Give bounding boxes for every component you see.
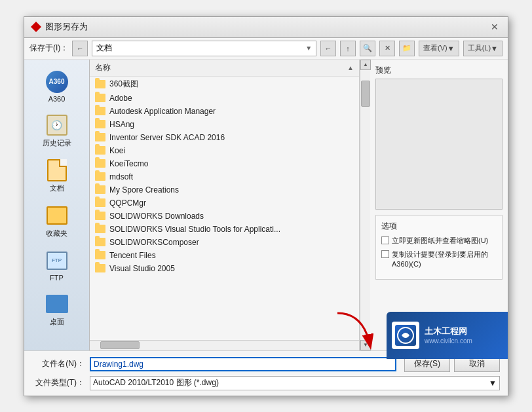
watermark-main-text: 土木工程网	[425, 326, 472, 337]
title-bar-left: 图形另存为	[31, 21, 88, 33]
option-text-2: 复制设计提要(登录到要启用的A360)(C)	[392, 250, 497, 270]
scroll-thumb[interactable]	[361, 81, 370, 107]
history-icon: 🕐	[45, 113, 69, 137]
folder-icon	[95, 264, 105, 272]
list-item[interactable]: Autodesk Application Manager	[90, 105, 359, 118]
toolbar: 保存于(I)： ← 文档 ▼ ← ↑ 🔍 ✕ 📁 查看(V)▼ 工具(L)▼	[24, 38, 508, 60]
list-item[interactable]: Tencent Files	[90, 249, 359, 262]
file-list-header: 名称 ▲	[90, 60, 359, 77]
file-scroll-wrapper[interactable]: 360截图 Adobe Autodesk Application Manager…	[90, 77, 359, 340]
file-area: 名称 ▲ 360截图 Adobe Autodesk Application M	[90, 60, 360, 350]
delete-btn[interactable]: ✕	[379, 41, 395, 56]
option-checkbox-1[interactable]	[381, 236, 389, 244]
list-item[interactable]: Koei	[90, 144, 359, 157]
favorites-icon	[45, 204, 69, 227]
sidebar-item-desktop[interactable]: 桌面	[31, 288, 83, 331]
title-bar: 图形另存为 ✕	[24, 17, 508, 38]
save-in-label: 保存于(I)：	[29, 43, 68, 54]
column-name: 名称	[95, 62, 345, 73]
preview-box	[375, 79, 503, 210]
sidebar-item-a360[interactable]: A360 A360	[31, 66, 83, 107]
ftp-icon: FTP	[45, 249, 69, 272]
folder-icon	[95, 159, 105, 168]
folder-combobox[interactable]: 文档 ▼	[92, 41, 316, 56]
dialog-window: 图形另存为 ✕ 保存于(I)： ← 文档 ▼ ← ↑ 🔍 ✕ 📁 查看(V)▼ …	[24, 16, 508, 396]
file-name: Koei	[109, 146, 125, 155]
close-button[interactable]: ✕	[488, 22, 501, 32]
options-title: 选项	[381, 221, 497, 232]
sidebar-item-ftp[interactable]: FTP FTP	[31, 245, 83, 286]
combobox-arrow: ▼	[305, 45, 312, 52]
file-name: QQPCMgr	[109, 198, 146, 208]
hscroll-thumb[interactable]	[100, 341, 140, 349]
list-item[interactable]: 360截图	[90, 77, 359, 92]
search-btn[interactable]: 🔍	[360, 41, 375, 56]
preview-section: 预览	[375, 65, 503, 210]
back-button[interactable]: ←	[72, 41, 88, 56]
file-name: SOLIDWORKS Visual Studio Tools for Appli…	[109, 225, 280, 234]
current-folder-text: 文档	[96, 43, 112, 54]
navigate-up-btn[interactable]: ↑	[340, 41, 356, 56]
filename-input[interactable]	[90, 357, 396, 371]
tools-btn[interactable]: 工具(L)▼	[463, 41, 503, 56]
filetype-label: 文件类型(T)：	[32, 377, 85, 388]
option-checkbox-2[interactable]	[381, 250, 389, 258]
option-text-1: 立即更新图纸并查看缩略图(U)	[392, 236, 488, 246]
list-item[interactable]: Visual Studio 2005	[90, 262, 359, 275]
folder-icon	[95, 185, 105, 194]
file-name: Autodesk Application Manager	[109, 107, 216, 116]
right-panel: 预览 选项 立即更新图纸并查看缩略图(U) 复制设计提要(登录到要启用的A360…	[370, 60, 508, 350]
file-name: Visual Studio 2005	[109, 264, 175, 273]
scroll-down-arrow[interactable]: ▼	[360, 340, 371, 350]
list-item[interactable]: QQPCMgr	[90, 197, 359, 210]
filename-label: 文件名(N)：	[32, 358, 85, 369]
list-item[interactable]: HSAng	[90, 118, 359, 131]
dialog-title: 图形另存为	[45, 21, 88, 33]
sidebar-item-favorites[interactable]: 收藏夹	[31, 200, 83, 242]
list-item[interactable]: Adobe	[90, 92, 359, 105]
vertical-scrollbar[interactable]: ▲ ▼	[360, 60, 370, 350]
horizontal-scrollbar[interactable]	[90, 340, 359, 350]
watermark-text: 土木工程网 www.civilcn.com	[425, 326, 472, 345]
scroll-up-arrow[interactable]: ▲	[360, 60, 371, 70]
sort-arrow: ▲	[347, 64, 354, 71]
file-name: Adobe	[109, 94, 132, 103]
list-item[interactable]: mdsoft	[90, 170, 359, 183]
main-area: A360 A360 🕐 历史记录 文档 收藏夹	[24, 60, 508, 350]
filetype-combobox[interactable]: AutoCAD 2010/LT2010 图形 (*.dwg) ▼	[90, 376, 500, 390]
new-folder-btn[interactable]: 📁	[399, 41, 415, 56]
folder-icon	[95, 198, 105, 207]
file-name: mdsoft	[109, 172, 133, 181]
list-item[interactable]: SOLIDWORKS Downloads	[90, 210, 359, 223]
option-row-1: 立即更新图纸并查看缩略图(U)	[381, 236, 497, 246]
list-item[interactable]: SOLIDWORKSComposer	[90, 236, 359, 249]
list-item[interactable]: KoeiTecmo	[90, 157, 359, 170]
list-item[interactable]: Inventor Server SDK ACAD 2016	[90, 131, 359, 144]
views-btn[interactable]: 查看(V)▼	[419, 41, 459, 56]
desktop-icon	[45, 292, 69, 316]
list-item[interactable]: SOLIDWORKS Visual Studio Tools for Appli…	[90, 223, 359, 236]
file-name: Tencent Files	[109, 251, 156, 260]
sidebar-label-ftp: FTP	[50, 274, 64, 282]
option-row-2: 复制设计提要(登录到要启用的A360)(C)	[381, 250, 497, 270]
file-name: SOLIDWORKSComposer	[109, 238, 199, 247]
file-name: HSAng	[109, 120, 134, 129]
sidebar-label-a360: A360	[48, 95, 66, 103]
sidebar-label-favorites: 收藏夹	[46, 229, 67, 238]
scrollbar-track[interactable]	[360, 70, 370, 340]
folder-icon	[95, 107, 105, 115]
tools-btn-label: 工具(L)	[468, 43, 491, 53]
options-section: 选项 立即更新图纸并查看缩略图(U) 复制设计提要(登录到要启用的A360)(C…	[375, 215, 503, 280]
folder-icon	[95, 133, 105, 141]
navigate-back-btn[interactable]: ←	[320, 41, 336, 56]
sidebar-item-docs[interactable]: 文档	[31, 155, 83, 197]
docs-icon	[45, 159, 69, 182]
folder-icon	[95, 146, 105, 155]
sidebar-item-history[interactable]: 🕐 历史记录	[31, 109, 83, 152]
list-item[interactable]: My Spore Creations	[90, 183, 359, 197]
folder-icon	[95, 212, 105, 220]
app-icon	[31, 22, 41, 32]
sidebar: A360 A360 🕐 历史记录 文档 收藏夹	[24, 60, 90, 350]
folder-icon	[95, 80, 105, 88]
folder-icon	[95, 94, 105, 102]
